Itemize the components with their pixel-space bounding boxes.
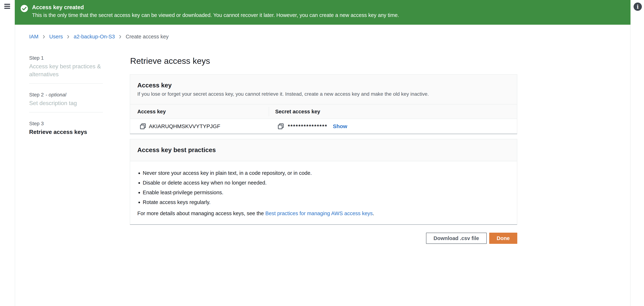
menu-rail (0, 0, 15, 25)
access-key-cell: AKIARUQHMSKVVYTYPJGF (130, 123, 269, 129)
access-key-card-header: Access key If you lose or forget your se… (130, 75, 517, 104)
access-key-card: Access key If you lose or forget your se… (130, 74, 517, 134)
copy-icon[interactable] (140, 123, 146, 129)
best-practices-card-body: Never store your access key in plain tex… (130, 161, 517, 224)
column-secret-access-key: Secret access key (269, 104, 517, 119)
content-panel: IAM Users a2-backup-On-S3 Create access … (15, 25, 630, 306)
step-2-optional: - optional (46, 92, 66, 97)
access-key-card-title: Access key (137, 81, 510, 89)
best-practices-card-title: Access key best practices (137, 146, 510, 154)
list-item: Rotate access keys regularly. (143, 197, 510, 207)
step-divider (29, 112, 103, 112)
hamburger-icon[interactable] (4, 4, 10, 9)
download-csv-button[interactable]: Download .csv file (426, 233, 487, 244)
step-1-title: Access key best practices & alternatives (29, 62, 103, 78)
secret-key-masked-value: *************** (288, 123, 328, 129)
show-secret-link[interactable]: Show (333, 123, 347, 129)
step-2-title: Set description tag (29, 99, 103, 107)
copy-icon[interactable] (278, 123, 284, 129)
list-item: Never store your access key in plain tex… (143, 168, 510, 178)
best-practices-footer: For more details about managing access k… (137, 210, 510, 217)
step-2-label: Step 2- optional (29, 92, 103, 98)
chevron-right-icon (42, 35, 46, 39)
step-divider (29, 83, 103, 84)
column-access-key: Access key (130, 104, 269, 119)
key-table-header: Access key Secret access key (130, 104, 517, 119)
step-3: Step 3 Retrieve access keys (29, 120, 103, 136)
check-circle-icon (20, 4, 28, 13)
success-flashbar: Access key created This is the only time… (15, 0, 630, 25)
secret-key-cell: *************** Show (269, 123, 517, 129)
key-table-row: AKIARUQHMSKVVYTYPJGF *************** Sho… (130, 119, 517, 134)
step-2: Step 2- optional Set description tag (29, 92, 103, 107)
wizard-actions: Download .csv file Done (130, 233, 517, 244)
chevron-right-icon (118, 35, 122, 39)
step-3-label: Step 3 (29, 120, 103, 127)
step-1-label: Step 1 (29, 55, 103, 61)
page-title: Retrieve access keys (130, 55, 517, 67)
access-key-value: AKIARUQHMSKVVYTYPJGF (149, 123, 220, 129)
best-practices-list: Never store your access key in plain tex… (137, 168, 510, 207)
flashbar-title: Access key created (32, 4, 399, 11)
breadcrumb-user-name[interactable]: a2-backup-On-S3 (74, 34, 115, 40)
best-practices-link[interactable]: Best practices for managing AWS access k… (265, 211, 373, 216)
info-icon[interactable]: i (634, 3, 642, 11)
step-3-title: Retrieve access keys (29, 128, 103, 136)
best-practices-card-header: Access key best practices (130, 139, 517, 161)
done-button[interactable]: Done (489, 233, 518, 244)
breadcrumb-iam[interactable]: IAM (29, 34, 38, 40)
flashbar-message: This is the only time that the secret ac… (32, 12, 399, 19)
list-item: Disable or delete access key when no lon… (143, 178, 510, 188)
wizard-steps: Step 1 Access key best practices & alter… (29, 55, 103, 136)
step-1: Step 1 Access key best practices & alter… (29, 55, 103, 78)
list-item: Enable least-privilege permissions. (143, 188, 510, 197)
chevron-right-icon (66, 35, 70, 39)
breadcrumb-users[interactable]: Users (49, 34, 63, 40)
main-column: Retrieve access keys Access key If you l… (130, 25, 517, 244)
access-key-card-description: If you lose or forget your secret access… (137, 91, 510, 97)
best-practices-card: Access key best practices Never store yo… (130, 139, 517, 225)
